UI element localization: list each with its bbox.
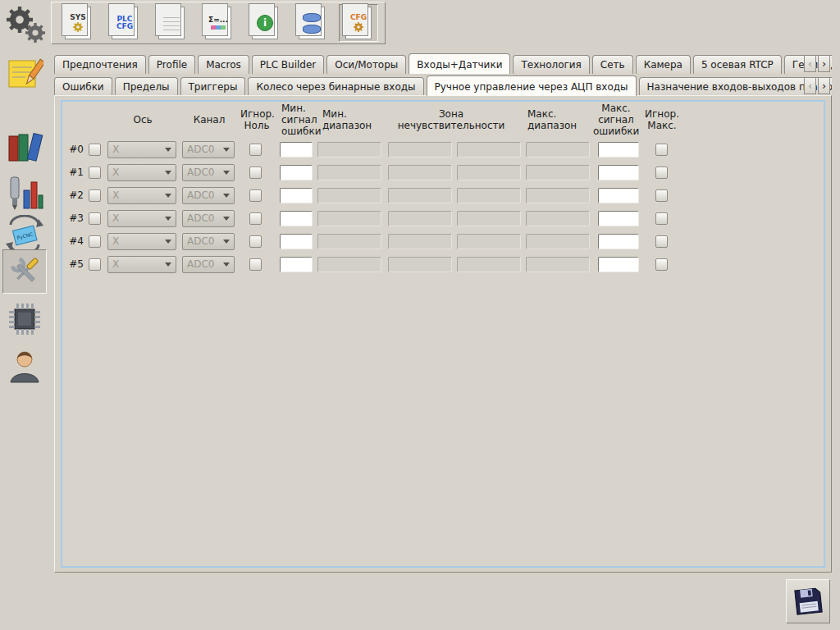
min-range-input [317,188,381,203]
ignore-max-checkbox[interactable] [655,212,668,225]
sidebar-item-library[interactable] [2,123,47,167]
max-range-input [526,234,590,249]
gears-icon [4,2,47,45]
min-error-signal-input[interactable] [280,211,313,226]
tab-manual-adc-inputs[interactable]: Ручное управление через АЦП входы [427,75,637,96]
toolbar-db-button[interactable] [292,4,331,42]
min-range-input [317,257,381,272]
row-label: #2 [64,189,84,201]
tab-profile[interactable]: Profile [148,55,195,74]
chevron-down-icon [165,194,171,198]
toolbar-info-button[interactable]: i [245,4,285,42]
max-error-signal-input[interactable] [598,257,639,272]
toolbar-sys-button[interactable]: SYS [58,4,98,42]
floppy-save-icon [791,584,825,619]
row-enable-checkbox[interactable] [89,144,101,156]
tab-plc-builder[interactable]: PLC Builder [252,55,325,74]
dead-zone-high-input [457,188,521,203]
max-error-signal-input[interactable] [598,188,639,203]
axis-select: X [107,210,176,227]
tab-camera[interactable]: Камера [636,55,691,74]
info-icon: i [257,15,273,31]
min-error-signal-input[interactable] [280,234,313,249]
save-button[interactable] [786,579,830,623]
max-range-input [526,188,590,203]
channel-select: ADC0 [182,256,235,273]
toolbar-doc-button[interactable] [152,4,191,42]
sidebar-item-user[interactable] [2,345,47,389]
user-icon [6,348,43,386]
toolbar-sum-button[interactable]: Σ=... [199,4,238,42]
toolbar-plc-cfg-button[interactable]: PLC CFG [105,4,144,42]
sidebar-item-tools-stats[interactable] [2,171,47,215]
min-error-signal-input[interactable] [280,257,313,272]
tabs2-scroll-left-button[interactable]: ‹ [804,77,816,94]
min-range-input [317,234,381,249]
tab-wheel-binary-inputs[interactable]: Колесо через бинарные входы [248,77,423,96]
primary-tab-bar: Предпочтения Profile Macros PLC Builder … [54,52,832,74]
formula-doc-icon: Σ=... [205,7,231,39]
tabs2-scroll-right-button[interactable]: › [818,77,830,94]
tab-limits[interactable]: Пределы [115,77,178,96]
adc-channel-table: Ось Канал Игнор. Ноль Мин. сигнал ошибки… [64,102,822,276]
ignore-zero-checkbox[interactable] [249,212,262,225]
table-row: #2 X ADC0 [64,184,822,207]
dead-zone-low-input [388,211,452,226]
min-error-signal-input[interactable] [280,165,313,180]
header-ignore-zero: Игнор. Ноль [240,109,273,132]
dead-zone-low-input [388,142,452,158]
database-doc-icon [299,7,325,39]
ignore-max-checkbox[interactable] [655,167,668,179]
sidebar-item-service[interactable] [2,249,47,294]
secondary-tab-bar: Ошибки Пределы Триггеры Колесо через бин… [54,74,832,96]
tab-network[interactable]: Сеть [592,55,633,74]
ignore-zero-checkbox[interactable] [249,167,262,179]
table-row: #0 X ADC0 [64,138,822,161]
dead-zone-high-input [457,257,521,272]
ignore-zero-checkbox[interactable] [249,235,262,248]
min-error-signal-input[interactable] [280,142,313,158]
min-range-input [317,165,381,180]
min-error-signal-input[interactable] [280,188,313,203]
row-enable-checkbox[interactable] [89,167,101,179]
tabs1-scroll-left-button[interactable]: ‹ [804,55,816,72]
tab-rtcp[interactable]: 5 осевая RTCP [693,55,782,74]
min-range-input [317,142,381,158]
tab-preferences[interactable]: Предпочтения [54,55,146,74]
sidebar-item-notes[interactable] [2,51,47,95]
tabs1-scroll-right-button[interactable]: › [818,55,830,72]
row-enable-checkbox[interactable] [89,189,101,202]
gear-icon [73,22,83,32]
max-error-signal-input[interactable] [598,211,639,226]
ignore-zero-checkbox[interactable] [249,258,262,271]
sidebar-item-hardware[interactable] [2,297,47,341]
max-error-signal-input[interactable] [598,165,639,180]
ignore-max-checkbox[interactable] [655,189,668,202]
row-enable-checkbox[interactable] [89,258,101,271]
row-enable-checkbox[interactable] [89,212,101,225]
max-error-signal-input[interactable] [598,142,639,158]
chevron-down-icon [223,194,230,198]
row-label: #0 [64,144,84,155]
ignore-max-checkbox[interactable] [655,235,668,248]
max-error-signal-input[interactable] [598,234,639,249]
tab-inputs-sensors[interactable]: Входы+Датчики [409,53,510,74]
ignore-max-checkbox[interactable] [655,144,668,156]
info-doc-icon: i [252,7,278,39]
row-enable-checkbox[interactable] [89,235,101,248]
tab-axes-motors[interactable]: Оси/Моторы [326,55,406,74]
tab-technology[interactable]: Технология [513,55,589,74]
toolbar-cfg-button[interactable]: CFG [339,4,378,42]
ignore-zero-checkbox[interactable] [249,189,262,202]
tab-errors[interactable]: Ошибки [54,77,112,96]
tab-triggers[interactable]: Триггеры [180,77,246,96]
tab-macros[interactable]: Macros [198,55,249,74]
app-gears-button[interactable] [3,2,48,46]
row-label: #4 [64,235,84,247]
ignore-zero-checkbox[interactable] [249,144,262,156]
ignore-max-checkbox[interactable] [655,258,668,271]
row-label: #3 [64,212,84,224]
header-min-error-signal: Мин. сигнал ошибки [281,103,319,137]
tab-io-assignment[interactable]: Назначение входов-выходов плат ра [639,77,832,96]
dead-zone-high-input [457,142,521,158]
